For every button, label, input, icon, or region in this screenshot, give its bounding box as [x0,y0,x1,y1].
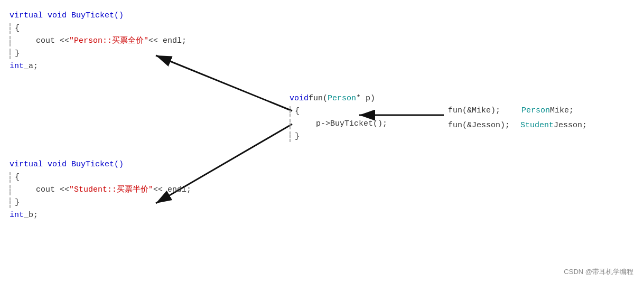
person-close-brace: } [15,48,20,60]
fun-void-kw: void [290,92,309,105]
watermark: CSDN @带耳机学编程 [564,267,633,277]
fun-open-brace: { [295,105,300,118]
call-jesson-decl: Jesson; [554,119,587,132]
call-args2: (&Jesson); [462,119,510,132]
call-fun2: fun [448,119,462,132]
student-var-b: _b; [24,209,38,222]
fun-body: p->BuyTicket(); [316,118,387,130]
person-endl: << endl; [148,35,186,48]
person-string: "Person::买票全价" [69,35,148,48]
student-open-brace: { [15,171,20,184]
call-args1: (&Mike); [462,105,500,117]
call-student-kw: Student [520,119,554,132]
call-site-block: fun (&Mike); Person Mike; fun (&Jesson);… [448,105,587,132]
student-endl: << endl; [153,184,191,196]
call-person-kw: Person [521,105,550,117]
student-cout: cout << [36,184,69,196]
person-int-kw: int [10,60,24,73]
person-open-brace: { [15,22,20,35]
call-mike-decl: Mike; [550,105,574,117]
fun-code-block: void fun( Person * p) { p->BuyTicket(); … [290,92,387,143]
person-var-a: _a; [24,60,38,73]
fun-fn-name: fun( [309,92,328,105]
person-cout: cout << [36,35,69,48]
student-virtual-kw: virtual void BuyTicket() [10,158,124,171]
person-virtual-kw: virtual void BuyTicket() [10,10,124,22]
student-int-kw: int [10,209,24,222]
student-string: "Student::买票半价" [69,184,153,196]
student-code-block: virtual void BuyTicket() { cout << "Stud… [10,158,191,222]
student-close-brace: } [15,196,20,209]
fun-param-rest: * p) [356,92,375,105]
fun-close-brace: } [295,130,300,143]
person-code-block: virtual void BuyTicket() { cout << "Pers… [10,10,186,73]
fun-param-type: Person [328,92,356,105]
call-fun1: fun [448,105,462,117]
